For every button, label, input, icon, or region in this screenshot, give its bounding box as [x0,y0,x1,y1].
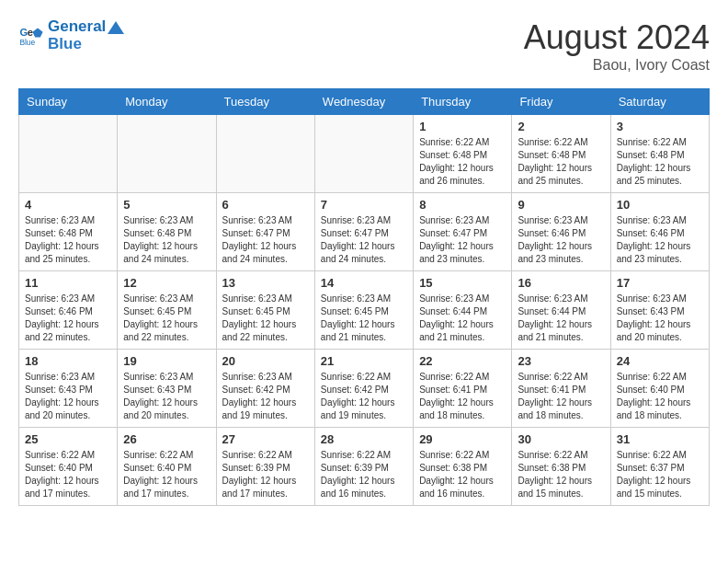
day-number: 6 [222,198,309,212]
day-number: 28 [321,432,407,446]
day-info: Sunrise: 6:22 AM Sunset: 6:41 PM Dayligh… [518,371,604,422]
day-info: Sunrise: 6:23 AM Sunset: 6:47 PM Dayligh… [222,214,309,266]
day-cell: 7Sunrise: 6:23 AM Sunset: 6:47 PM Daylig… [314,193,413,271]
day-cell: 11Sunrise: 6:23 AM Sunset: 6:46 PM Dayli… [19,271,118,350]
day-number: 17 [617,276,703,290]
day-number: 25 [25,432,111,446]
day-cell: 13Sunrise: 6:23 AM Sunset: 6:45 PM Dayli… [216,271,314,350]
calendar-title: August 2024 [524,18,710,57]
day-info: Sunrise: 6:23 AM Sunset: 6:44 PM Dayligh… [419,293,506,344]
day-number: 30 [518,432,604,446]
day-number: 12 [123,276,210,290]
day-number: 24 [617,354,703,368]
svg-marker-4 [108,21,124,34]
svg-text:Blue: Blue [19,37,35,46]
day-number: 23 [518,354,604,368]
svg-text:G: G [19,27,28,38]
day-cell: 21Sunrise: 6:22 AM Sunset: 6:42 PM Dayli… [314,350,413,428]
day-info: Sunrise: 6:22 AM Sunset: 6:41 PM Dayligh… [419,371,506,422]
day-number: 11 [25,276,111,290]
day-info: Sunrise: 6:23 AM Sunset: 6:44 PM Dayligh… [518,293,604,344]
day-cell: 14Sunrise: 6:23 AM Sunset: 6:45 PM Dayli… [314,271,413,350]
day-info: Sunrise: 6:23 AM Sunset: 6:47 PM Dayligh… [419,214,506,266]
day-number: 16 [518,276,604,290]
day-number: 9 [518,198,604,212]
day-number: 14 [321,276,407,290]
header-saturday: Saturday [610,89,709,115]
day-info: Sunrise: 6:23 AM Sunset: 6:46 PM Dayligh… [617,214,703,266]
day-info: Sunrise: 6:22 AM Sunset: 6:42 PM Dayligh… [321,371,407,422]
day-info: Sunrise: 6:22 AM Sunset: 6:40 PM Dayligh… [25,449,111,500]
day-cell [118,115,216,193]
day-info: Sunrise: 6:22 AM Sunset: 6:40 PM Dayligh… [123,449,210,500]
logo: G e Blue General Blue [18,18,124,52]
day-number: 7 [321,198,407,212]
day-cell [19,115,118,193]
day-info: Sunrise: 6:22 AM Sunset: 6:48 PM Dayligh… [518,136,604,188]
day-info: Sunrise: 6:23 AM Sunset: 6:45 PM Dayligh… [321,293,407,344]
day-cell: 15Sunrise: 6:23 AM Sunset: 6:44 PM Dayli… [414,271,512,350]
svg-marker-2 [32,28,42,37]
week-row-5: 25Sunrise: 6:22 AM Sunset: 6:40 PM Dayli… [19,428,710,506]
calendar-subtitle: Baou, Ivory Coast [524,57,710,74]
day-info: Sunrise: 6:23 AM Sunset: 6:45 PM Dayligh… [123,293,210,344]
day-info: Sunrise: 6:23 AM Sunset: 6:43 PM Dayligh… [123,371,210,422]
day-info: Sunrise: 6:23 AM Sunset: 6:43 PM Dayligh… [617,293,703,344]
day-cell: 31Sunrise: 6:22 AM Sunset: 6:37 PM Dayli… [610,428,709,506]
day-number: 5 [123,198,210,212]
calendar-table: SundayMondayTuesdayWednesdayThursdayFrid… [18,88,710,506]
day-cell: 28Sunrise: 6:22 AM Sunset: 6:39 PM Dayli… [314,428,413,506]
day-cell: 25Sunrise: 6:22 AM Sunset: 6:40 PM Dayli… [19,428,118,506]
day-info: Sunrise: 6:23 AM Sunset: 6:46 PM Dayligh… [518,214,604,266]
day-cell: 24Sunrise: 6:22 AM Sunset: 6:40 PM Dayli… [610,350,709,428]
day-number: 10 [617,198,703,212]
day-cell: 27Sunrise: 6:22 AM Sunset: 6:39 PM Dayli… [216,428,314,506]
day-info: Sunrise: 6:23 AM Sunset: 6:48 PM Dayligh… [123,214,210,266]
logo-text-line1: General [48,18,124,36]
logo-text-line2: Blue [48,36,124,53]
day-info: Sunrise: 6:23 AM Sunset: 6:45 PM Dayligh… [222,293,309,344]
day-info: Sunrise: 6:22 AM Sunset: 6:39 PM Dayligh… [321,449,407,500]
day-info: Sunrise: 6:22 AM Sunset: 6:38 PM Dayligh… [518,449,604,500]
day-number: 15 [419,276,506,290]
page-header: G e Blue General Blue August 2024 Baou, … [18,18,710,74]
header-tuesday: Tuesday [216,89,314,115]
logo-icon: G e Blue [18,23,44,49]
day-cell: 22Sunrise: 6:22 AM Sunset: 6:41 PM Dayli… [414,350,512,428]
day-cell: 8Sunrise: 6:23 AM Sunset: 6:47 PM Daylig… [414,193,512,271]
day-cell [216,115,314,193]
day-cell: 12Sunrise: 6:23 AM Sunset: 6:45 PM Dayli… [118,271,216,350]
day-cell: 9Sunrise: 6:23 AM Sunset: 6:46 PM Daylig… [512,193,610,271]
day-number: 29 [419,432,506,446]
week-row-3: 11Sunrise: 6:23 AM Sunset: 6:46 PM Dayli… [19,271,710,350]
day-number: 13 [222,276,309,290]
day-cell: 6Sunrise: 6:23 AM Sunset: 6:47 PM Daylig… [216,193,314,271]
day-cell: 20Sunrise: 6:23 AM Sunset: 6:42 PM Dayli… [216,350,314,428]
day-cell [314,115,413,193]
svg-text:e: e [28,27,33,38]
day-info: Sunrise: 6:22 AM Sunset: 6:48 PM Dayligh… [617,136,703,188]
day-number: 31 [617,432,703,446]
day-number: 22 [419,354,506,368]
week-row-4: 18Sunrise: 6:23 AM Sunset: 6:43 PM Dayli… [19,350,710,428]
day-info: Sunrise: 6:23 AM Sunset: 6:42 PM Dayligh… [222,371,309,422]
day-cell: 30Sunrise: 6:22 AM Sunset: 6:38 PM Dayli… [512,428,610,506]
day-info: Sunrise: 6:22 AM Sunset: 6:38 PM Dayligh… [419,449,506,500]
day-info: Sunrise: 6:22 AM Sunset: 6:40 PM Dayligh… [617,371,703,422]
day-number: 27 [222,432,309,446]
day-info: Sunrise: 6:23 AM Sunset: 6:46 PM Dayligh… [25,293,111,344]
day-number: 4 [25,198,111,212]
header-monday: Monday [118,89,216,115]
header-wednesday: Wednesday [314,89,413,115]
day-number: 19 [123,354,210,368]
day-info: Sunrise: 6:22 AM Sunset: 6:37 PM Dayligh… [617,449,703,500]
header-sunday: Sunday [19,89,118,115]
day-number: 1 [419,120,506,133]
day-info: Sunrise: 6:23 AM Sunset: 6:43 PM Dayligh… [25,371,111,422]
day-number: 2 [518,120,604,133]
day-number: 26 [123,432,210,446]
day-number: 18 [25,354,111,368]
day-number: 20 [222,354,309,368]
day-number: 8 [419,198,506,212]
week-row-1: 1Sunrise: 6:22 AM Sunset: 6:48 PM Daylig… [19,115,710,193]
